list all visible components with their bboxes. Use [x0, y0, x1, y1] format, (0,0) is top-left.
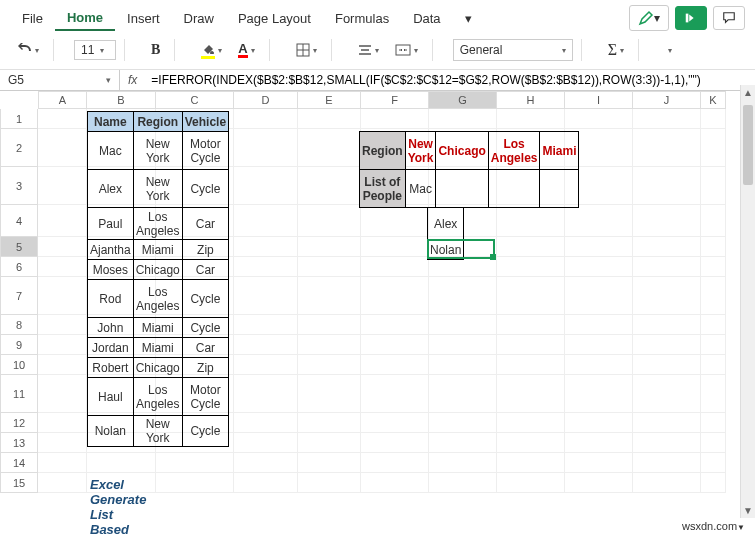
- t1-cell[interactable]: Cycle: [182, 416, 228, 447]
- t1-cell[interactable]: Car: [182, 338, 228, 358]
- menu-home[interactable]: Home: [55, 4, 115, 31]
- row-header-3[interactable]: 3: [0, 167, 38, 205]
- scroll-down-arrow[interactable]: ▼: [741, 505, 755, 516]
- row-header-15[interactable]: 15: [0, 473, 38, 493]
- row-header-13[interactable]: 13: [0, 433, 38, 453]
- t1-cell[interactable]: Los Angeles: [133, 378, 182, 416]
- comments-button[interactable]: [713, 6, 745, 30]
- t1-cell[interactable]: New York: [133, 132, 182, 170]
- t2-cell[interactable]: [540, 170, 579, 208]
- toolbar-more[interactable]: ▾: [659, 42, 678, 59]
- t2-region-label[interactable]: Region: [360, 132, 406, 170]
- spreadsheet-grid[interactable]: ABCDEFGHIJK 123456789101112131415 NameRe…: [0, 91, 755, 493]
- menu-data[interactable]: Data: [401, 5, 452, 30]
- menu-more[interactable]: ▾: [453, 5, 484, 30]
- t1-cell[interactable]: Moses: [88, 260, 134, 280]
- col-header-D[interactable]: D: [234, 91, 298, 109]
- row-header-12[interactable]: 12: [0, 413, 38, 433]
- font-size-selector[interactable]: 11▾: [74, 40, 116, 60]
- t1-cell[interactable]: Chicago: [133, 260, 182, 280]
- t1-cell[interactable]: Cycle: [182, 318, 228, 338]
- col-header-C[interactable]: C: [156, 91, 234, 109]
- t1-cell[interactable]: John: [88, 318, 134, 338]
- menu-page-layout[interactable]: Page Layout: [226, 5, 323, 30]
- t1-cell[interactable]: Car: [182, 208, 228, 240]
- menu-file[interactable]: File: [10, 5, 55, 30]
- menu-formulas[interactable]: Formulas: [323, 5, 401, 30]
- t1-cell[interactable]: Motor Cycle: [182, 378, 228, 416]
- row-header-11[interactable]: 11: [0, 375, 38, 413]
- row-header-1[interactable]: 1: [0, 109, 38, 129]
- t1-cell[interactable]: Nolan: [88, 416, 134, 447]
- merge-button[interactable]: ▾: [389, 40, 424, 60]
- t1-cell[interactable]: Los Angeles: [133, 280, 182, 318]
- t2-region-value[interactable]: Chicago: [436, 132, 488, 170]
- col-header-A[interactable]: A: [38, 91, 87, 109]
- t1-cell[interactable]: Zip: [182, 358, 228, 378]
- vertical-scrollbar[interactable]: ▲ ▼: [740, 85, 755, 518]
- row-header-7[interactable]: 7: [0, 277, 38, 315]
- row-header-9[interactable]: 9: [0, 335, 38, 355]
- align-button[interactable]: ▾: [352, 40, 385, 60]
- t1-cell[interactable]: Robert: [88, 358, 134, 378]
- result-cell[interactable]: Nolan: [428, 240, 464, 260]
- col-header-E[interactable]: E: [298, 91, 361, 109]
- t2-region-value[interactable]: Los Angeles: [488, 132, 540, 170]
- col-header-H[interactable]: H: [497, 91, 565, 109]
- col-header-J[interactable]: J: [633, 91, 701, 109]
- scroll-up-arrow[interactable]: ▲: [741, 87, 755, 98]
- col-header-I[interactable]: I: [565, 91, 633, 109]
- t1-cell[interactable]: New York: [133, 416, 182, 447]
- t1-cell[interactable]: Chicago: [133, 358, 182, 378]
- name-box[interactable]: G5▾: [0, 70, 120, 90]
- col-header-K[interactable]: K: [701, 91, 726, 109]
- t1-cell[interactable]: Zip: [182, 240, 228, 260]
- t1-cell[interactable]: Motor Cycle: [182, 132, 228, 170]
- col-header-F[interactable]: F: [361, 91, 429, 109]
- t2-cell[interactable]: Mac: [405, 170, 436, 208]
- row-header-4[interactable]: 4: [0, 205, 38, 237]
- bold-button[interactable]: B: [145, 38, 166, 62]
- t1-cell[interactable]: Jordan: [88, 338, 134, 358]
- t2-region-value[interactable]: Miami: [540, 132, 579, 170]
- t2-region-value[interactable]: New York: [405, 132, 436, 170]
- formula-input[interactable]: [145, 70, 755, 90]
- row-header-8[interactable]: 8: [0, 315, 38, 335]
- fx-label[interactable]: fx: [120, 70, 145, 90]
- menu-draw[interactable]: Draw: [172, 5, 226, 30]
- t1-cell[interactable]: Los Angeles: [133, 208, 182, 240]
- t1-cell[interactable]: New York: [133, 170, 182, 208]
- fill-color-button[interactable]: ▾: [195, 38, 228, 63]
- scroll-thumb[interactable]: [743, 105, 753, 185]
- t1-cell[interactable]: Miami: [133, 338, 182, 358]
- t1-cell[interactable]: Paul: [88, 208, 134, 240]
- pen-button[interactable]: ▾: [629, 5, 669, 31]
- autosum-button[interactable]: Σ▾: [602, 37, 630, 63]
- t1-cell[interactable]: Alex: [88, 170, 134, 208]
- t2-cell[interactable]: [436, 170, 488, 208]
- result-cell[interactable]: Alex: [428, 208, 464, 240]
- row-header-2[interactable]: 2: [0, 129, 38, 167]
- t1-cell[interactable]: Cycle: [182, 170, 228, 208]
- t1-cell[interactable]: Cycle: [182, 280, 228, 318]
- row-header-14[interactable]: 14: [0, 453, 38, 473]
- t1-cell[interactable]: Ajantha: [88, 240, 134, 260]
- t1-cell[interactable]: Miami: [133, 240, 182, 260]
- col-header-B[interactable]: B: [87, 91, 156, 109]
- undo-button[interactable]: ▾: [10, 39, 45, 61]
- row-header-6[interactable]: 6: [0, 257, 38, 277]
- share-button[interactable]: [675, 6, 707, 30]
- t1-cell[interactable]: Car: [182, 260, 228, 280]
- row-header-10[interactable]: 10: [0, 355, 38, 375]
- t1-cell[interactable]: Miami: [133, 318, 182, 338]
- col-header-G[interactable]: G: [429, 91, 497, 109]
- t2-cell[interactable]: [488, 170, 540, 208]
- borders-button[interactable]: ▾: [290, 39, 323, 61]
- font-color-button[interactable]: A▾: [232, 38, 260, 62]
- row-header-5[interactable]: 5: [0, 237, 38, 257]
- menu-insert[interactable]: Insert: [115, 5, 172, 30]
- t1-cell[interactable]: Haul: [88, 378, 134, 416]
- t1-cell[interactable]: Mac: [88, 132, 134, 170]
- number-format-selector[interactable]: General▾: [453, 39, 573, 61]
- t1-cell[interactable]: Rod: [88, 280, 134, 318]
